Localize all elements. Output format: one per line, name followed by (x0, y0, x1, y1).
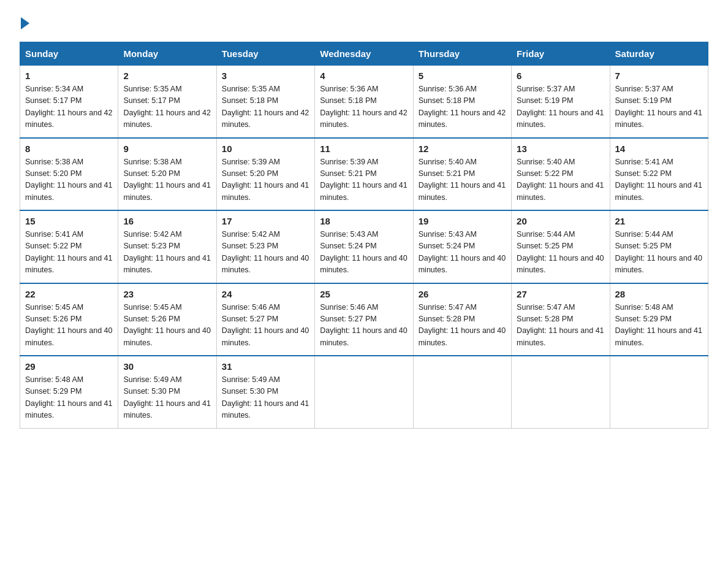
day-number: 16 (123, 216, 211, 226)
day-number: 7 (615, 71, 703, 81)
calendar-week-row: 29Sunrise: 5:48 AMSunset: 5:29 PMDayligh… (20, 356, 708, 428)
calendar-cell: 2Sunrise: 5:35 AMSunset: 5:17 PMDaylight… (118, 66, 216, 138)
calendar-cell: 11Sunrise: 5:39 AMSunset: 5:21 PMDayligh… (315, 138, 413, 211)
day-number: 13 (517, 144, 604, 154)
day-number: 8 (25, 144, 113, 154)
calendar-week-row: 22Sunrise: 5:45 AMSunset: 5:26 PMDayligh… (20, 283, 708, 356)
col-header-saturday: Saturday (610, 42, 708, 66)
calendar-cell: 19Sunrise: 5:43 AMSunset: 5:24 PMDayligh… (413, 210, 511, 283)
calendar-cell: 16Sunrise: 5:42 AMSunset: 5:23 PMDayligh… (118, 210, 216, 283)
day-number: 17 (222, 216, 309, 226)
calendar-cell: 15Sunrise: 5:41 AMSunset: 5:22 PMDayligh… (20, 210, 118, 283)
calendar-week-row: 8Sunrise: 5:38 AMSunset: 5:20 PMDaylight… (20, 138, 708, 211)
calendar-week-row: 1Sunrise: 5:34 AMSunset: 5:17 PMDaylight… (20, 66, 708, 138)
calendar-cell: 26Sunrise: 5:47 AMSunset: 5:28 PMDayligh… (413, 283, 511, 356)
calendar-table: SundayMondayTuesdayWednesdayThursdayFrid… (20, 42, 708, 429)
calendar-cell: 7Sunrise: 5:37 AMSunset: 5:19 PMDaylight… (610, 66, 708, 138)
day-number: 15 (25, 216, 113, 226)
calendar-cell: 22Sunrise: 5:45 AMSunset: 5:26 PMDayligh… (20, 283, 118, 356)
calendar-cell: 4Sunrise: 5:36 AMSunset: 5:18 PMDaylight… (315, 66, 413, 138)
day-info: Sunrise: 5:46 AMSunset: 5:27 PMDaylight:… (320, 303, 407, 347)
day-info: Sunrise: 5:39 AMSunset: 5:21 PMDaylight:… (320, 158, 407, 202)
day-number: 11 (320, 144, 408, 154)
calendar-cell: 29Sunrise: 5:48 AMSunset: 5:29 PMDayligh… (20, 356, 118, 428)
day-info: Sunrise: 5:48 AMSunset: 5:29 PMDaylight:… (615, 303, 702, 347)
day-info: Sunrise: 5:49 AMSunset: 5:30 PMDaylight:… (222, 375, 309, 419)
day-number: 10 (222, 144, 309, 154)
day-number: 9 (123, 144, 211, 154)
calendar-cell: 3Sunrise: 5:35 AMSunset: 5:18 PMDaylight… (216, 66, 314, 138)
calendar-cell: 1Sunrise: 5:34 AMSunset: 5:17 PMDaylight… (20, 66, 118, 138)
day-info: Sunrise: 5:41 AMSunset: 5:22 PMDaylight:… (615, 158, 702, 202)
day-number: 30 (123, 361, 211, 372)
day-number: 21 (615, 216, 703, 226)
day-number: 2 (123, 71, 211, 81)
day-number: 23 (123, 289, 211, 299)
day-number: 31 (222, 361, 309, 372)
col-header-thursday: Thursday (413, 42, 511, 66)
day-number: 19 (419, 216, 506, 226)
calendar-cell (610, 356, 708, 428)
day-info: Sunrise: 5:47 AMSunset: 5:28 PMDaylight:… (517, 303, 604, 347)
day-info: Sunrise: 5:35 AMSunset: 5:17 PMDaylight:… (123, 85, 210, 129)
calendar-cell: 21Sunrise: 5:44 AMSunset: 5:25 PMDayligh… (610, 210, 708, 283)
day-number: 5 (419, 71, 506, 81)
day-number: 12 (419, 144, 506, 154)
calendar-cell: 17Sunrise: 5:42 AMSunset: 5:23 PMDayligh… (216, 210, 314, 283)
calendar-cell: 10Sunrise: 5:39 AMSunset: 5:20 PMDayligh… (216, 138, 314, 211)
day-number: 29 (25, 361, 113, 372)
day-info: Sunrise: 5:42 AMSunset: 5:23 PMDaylight:… (123, 230, 210, 274)
calendar-cell (512, 356, 610, 428)
day-number: 6 (517, 71, 604, 81)
calendar-cell (413, 356, 511, 428)
day-info: Sunrise: 5:36 AMSunset: 5:18 PMDaylight:… (419, 85, 506, 129)
calendar-cell: 25Sunrise: 5:46 AMSunset: 5:27 PMDayligh… (315, 283, 413, 356)
day-info: Sunrise: 5:35 AMSunset: 5:18 PMDaylight:… (222, 85, 309, 129)
day-info: Sunrise: 5:49 AMSunset: 5:30 PMDaylight:… (123, 375, 210, 419)
calendar-cell: 28Sunrise: 5:48 AMSunset: 5:29 PMDayligh… (610, 283, 708, 356)
day-number: 25 (320, 289, 408, 299)
day-number: 27 (517, 289, 604, 299)
day-number: 3 (222, 71, 309, 81)
calendar-cell: 20Sunrise: 5:44 AMSunset: 5:25 PMDayligh… (512, 210, 610, 283)
day-info: Sunrise: 5:43 AMSunset: 5:24 PMDaylight:… (419, 230, 506, 274)
day-info: Sunrise: 5:45 AMSunset: 5:26 PMDaylight:… (25, 303, 112, 347)
calendar-week-row: 15Sunrise: 5:41 AMSunset: 5:22 PMDayligh… (20, 210, 708, 283)
day-info: Sunrise: 5:34 AMSunset: 5:17 PMDaylight:… (25, 85, 112, 129)
day-info: Sunrise: 5:47 AMSunset: 5:28 PMDaylight:… (419, 303, 506, 347)
day-info: Sunrise: 5:42 AMSunset: 5:23 PMDaylight:… (222, 230, 309, 274)
col-header-tuesday: Tuesday (216, 42, 314, 66)
calendar-header-row: SundayMondayTuesdayWednesdayThursdayFrid… (20, 42, 708, 66)
calendar-cell: 5Sunrise: 5:36 AMSunset: 5:18 PMDaylight… (413, 66, 511, 138)
day-info: Sunrise: 5:40 AMSunset: 5:21 PMDaylight:… (419, 158, 506, 202)
col-header-monday: Monday (118, 42, 216, 66)
calendar-cell (315, 356, 413, 428)
calendar-cell: 31Sunrise: 5:49 AMSunset: 5:30 PMDayligh… (216, 356, 314, 428)
day-number: 1 (25, 71, 113, 81)
calendar-cell: 13Sunrise: 5:40 AMSunset: 5:22 PMDayligh… (512, 138, 610, 211)
day-info: Sunrise: 5:44 AMSunset: 5:25 PMDaylight:… (615, 230, 702, 274)
day-info: Sunrise: 5:40 AMSunset: 5:22 PMDaylight:… (517, 158, 604, 202)
day-info: Sunrise: 5:38 AMSunset: 5:20 PMDaylight:… (25, 158, 112, 202)
logo-arrow-icon (21, 17, 29, 29)
day-number: 14 (615, 144, 703, 154)
calendar-cell: 30Sunrise: 5:49 AMSunset: 5:30 PMDayligh… (118, 356, 216, 428)
calendar-cell: 23Sunrise: 5:45 AMSunset: 5:26 PMDayligh… (118, 283, 216, 356)
day-number: 18 (320, 216, 408, 226)
calendar-cell: 27Sunrise: 5:47 AMSunset: 5:28 PMDayligh… (512, 283, 610, 356)
calendar-cell: 8Sunrise: 5:38 AMSunset: 5:20 PMDaylight… (20, 138, 118, 211)
day-number: 22 (25, 289, 113, 299)
day-info: Sunrise: 5:36 AMSunset: 5:18 PMDaylight:… (320, 85, 407, 129)
day-info: Sunrise: 5:48 AMSunset: 5:29 PMDaylight:… (25, 375, 112, 419)
day-number: 24 (222, 289, 309, 299)
logo (20, 15, 29, 29)
day-info: Sunrise: 5:38 AMSunset: 5:20 PMDaylight:… (123, 158, 210, 202)
day-info: Sunrise: 5:43 AMSunset: 5:24 PMDaylight:… (320, 230, 407, 274)
day-info: Sunrise: 5:39 AMSunset: 5:20 PMDaylight:… (222, 158, 309, 202)
day-info: Sunrise: 5:41 AMSunset: 5:22 PMDaylight:… (25, 230, 112, 274)
calendar-cell: 6Sunrise: 5:37 AMSunset: 5:19 PMDaylight… (512, 66, 610, 138)
day-info: Sunrise: 5:46 AMSunset: 5:27 PMDaylight:… (222, 303, 309, 347)
logo-top (20, 15, 29, 29)
col-header-sunday: Sunday (20, 42, 118, 66)
day-number: 4 (320, 71, 408, 81)
